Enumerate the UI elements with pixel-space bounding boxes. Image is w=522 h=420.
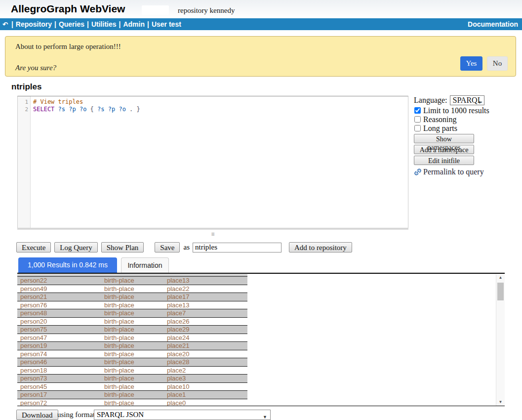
edit-initfile-button[interactable]: Edit initfile bbox=[414, 156, 474, 165]
nav-documentation-link[interactable]: Documentation bbox=[468, 18, 518, 30]
table-row[interactable]: person47birth-placeplace24 bbox=[17, 334, 247, 342]
table-cell[interactable]: birth-place bbox=[101, 375, 164, 382]
checkbox-limit-to-1000-results[interactable] bbox=[414, 107, 421, 114]
table-cell[interactable]: place28 bbox=[164, 358, 243, 366]
tab-results[interactable]: 1,000 Results in 0.842 ms bbox=[18, 257, 117, 273]
table-row[interactable]: person20birth-placeplace26 bbox=[17, 318, 247, 326]
table-cell[interactable]: birth-place bbox=[101, 350, 164, 358]
nav-item-repository[interactable]: Repository bbox=[16, 20, 52, 28]
table-cell[interactable]: place3 bbox=[164, 375, 243, 382]
table-row[interactable]: person18birth-placeplace2 bbox=[17, 367, 247, 375]
table-cell[interactable]: person19 bbox=[17, 342, 101, 350]
table-cell[interactable]: place24 bbox=[164, 334, 243, 342]
table-row[interactable]: person74birth-placeplace20 bbox=[17, 350, 247, 359]
tab-information[interactable]: Information bbox=[121, 257, 169, 273]
table-row[interactable]: person21birth-placeplace17 bbox=[17, 293, 247, 301]
format-select[interactable]: SPARQL JSON ▼ bbox=[94, 410, 271, 420]
table-cell[interactable]: birth-place bbox=[101, 285, 164, 293]
table-row[interactable]: person46birth-placeplace28 bbox=[17, 358, 247, 367]
table-row[interactable]: person73birth-placeplace3 bbox=[17, 375, 247, 383]
resize-grip-icon[interactable]: ≡ bbox=[211, 231, 214, 238]
table-row[interactable]: person22birth-placeplace13 bbox=[17, 277, 247, 285]
table-cell[interactable]: birth-place bbox=[101, 326, 164, 334]
table-cell[interactable]: place0 bbox=[164, 399, 243, 407]
table-cell[interactable]: birth-place bbox=[101, 383, 164, 391]
table-cell[interactable]: place21 bbox=[164, 342, 243, 350]
save-name-input[interactable] bbox=[193, 243, 281, 252]
nav-separator: | bbox=[11, 20, 13, 28]
table-cell[interactable]: place2 bbox=[164, 367, 243, 375]
table-cell[interactable]: person73 bbox=[17, 375, 101, 382]
no-button[interactable]: No bbox=[487, 56, 508, 71]
show-plan-button[interactable]: Show Plan bbox=[101, 242, 144, 252]
execute-button[interactable]: Execute bbox=[16, 242, 51, 252]
table-row[interactable]: person48birth-placeplace7 bbox=[17, 309, 247, 318]
table-cell[interactable]: birth-place bbox=[101, 342, 164, 350]
log-query-button[interactable]: Log Query bbox=[54, 242, 97, 252]
table-cell[interactable]: person75 bbox=[17, 326, 101, 334]
permalink-to-query-link[interactable]: Permalink to query bbox=[414, 168, 518, 176]
table-row[interactable]: person19birth-placeplace21 bbox=[17, 342, 247, 350]
table-row[interactable]: person49birth-placeplace22 bbox=[17, 285, 247, 294]
table-cell[interactable]: person48 bbox=[17, 309, 101, 317]
language-select[interactable]: SPARQL ▼ bbox=[450, 95, 484, 105]
table-cell[interactable]: place26 bbox=[164, 318, 243, 326]
table-cell[interactable]: place1 bbox=[164, 391, 243, 399]
table-cell[interactable]: place22 bbox=[164, 285, 243, 293]
table-cell[interactable]: person47 bbox=[17, 334, 101, 342]
table-cell[interactable]: place7 bbox=[164, 309, 243, 317]
table-cell[interactable]: birth-place bbox=[101, 301, 164, 309]
nav-item-user-test[interactable]: User test bbox=[152, 20, 181, 28]
table-cell[interactable]: person45 bbox=[17, 383, 101, 391]
table-cell[interactable]: person18 bbox=[17, 367, 101, 375]
table-cell[interactable]: place29 bbox=[164, 326, 243, 334]
table-cell[interactable]: person74 bbox=[17, 350, 101, 358]
table-cell[interactable]: person21 bbox=[17, 293, 101, 301]
table-row[interactable]: person75birth-placeplace29 bbox=[17, 326, 247, 334]
table-cell[interactable]: person17 bbox=[17, 391, 101, 399]
add-a-namespace-button[interactable]: Add a namespace bbox=[414, 145, 474, 154]
editor-line-numbers: 12 bbox=[18, 96, 31, 228]
table-cell[interactable]: birth-place bbox=[101, 334, 164, 342]
show-namespaces-button[interactable]: Show namespaces bbox=[414, 134, 474, 143]
editor-code[interactable]: # View triplesSELECT ?s ?p ?o { ?s ?p ?o… bbox=[31, 96, 140, 228]
nav-item-utilities[interactable]: Utilities bbox=[91, 20, 117, 28]
yes-button[interactable]: Yes bbox=[460, 56, 482, 71]
nav-item-queries[interactable]: Queries bbox=[59, 20, 84, 28]
table-cell[interactable]: birth-place bbox=[101, 318, 164, 326]
table-cell[interactable]: place17 bbox=[164, 293, 243, 301]
table-cell[interactable]: birth-place bbox=[101, 293, 164, 301]
table-cell[interactable]: birth-place bbox=[101, 309, 164, 317]
table-cell[interactable]: person49 bbox=[17, 285, 101, 293]
table-cell[interactable]: place20 bbox=[164, 350, 243, 358]
query-editor[interactable]: 12 # View triplesSELECT ?s ?p ?o { ?s ?p… bbox=[17, 96, 408, 228]
table-row[interactable]: person72birth-placeplace0 bbox=[17, 399, 247, 407]
save-button[interactable]: Save bbox=[155, 242, 180, 252]
table-cell[interactable]: place13 bbox=[164, 277, 243, 285]
checkbox-long-parts[interactable] bbox=[414, 125, 421, 131]
nav-item-admin[interactable]: Admin bbox=[123, 20, 145, 28]
table-cell[interactable]: birth-place bbox=[101, 399, 164, 407]
table-cell[interactable]: birth-place bbox=[101, 277, 164, 285]
table-cell[interactable]: place10 bbox=[164, 383, 243, 391]
scroll-thumb[interactable] bbox=[497, 283, 504, 300]
table-cell[interactable]: person22 bbox=[17, 277, 101, 285]
table-cell[interactable]: place13 bbox=[164, 301, 243, 309]
add-to-repository-button[interactable]: Add to repository bbox=[289, 242, 352, 252]
table-row[interactable]: person76birth-placeplace13 bbox=[17, 301, 247, 310]
table-cell[interactable]: birth-place bbox=[101, 358, 164, 366]
download-button[interactable]: Download bbox=[16, 410, 58, 420]
table-cell[interactable]: person20 bbox=[17, 318, 101, 326]
scroll-up-icon[interactable]: ▲ bbox=[496, 274, 505, 281]
table-row[interactable]: person45birth-placeplace10 bbox=[17, 383, 247, 391]
table-cell[interactable]: person72 bbox=[17, 399, 101, 407]
back-icon[interactable]: ↶ bbox=[2, 19, 8, 31]
table-cell[interactable]: person76 bbox=[17, 301, 101, 309]
checkbox-reasoning[interactable] bbox=[414, 116, 421, 123]
table-row[interactable]: person17birth-placeplace1 bbox=[17, 391, 247, 399]
table-cell[interactable]: birth-place bbox=[101, 367, 164, 375]
table-cell[interactable]: person46 bbox=[17, 358, 101, 366]
results-scrollbar[interactable]: ▲ ▼ bbox=[496, 274, 505, 406]
scroll-down-icon[interactable]: ▼ bbox=[496, 399, 505, 406]
table-cell[interactable]: birth-place bbox=[101, 391, 164, 399]
